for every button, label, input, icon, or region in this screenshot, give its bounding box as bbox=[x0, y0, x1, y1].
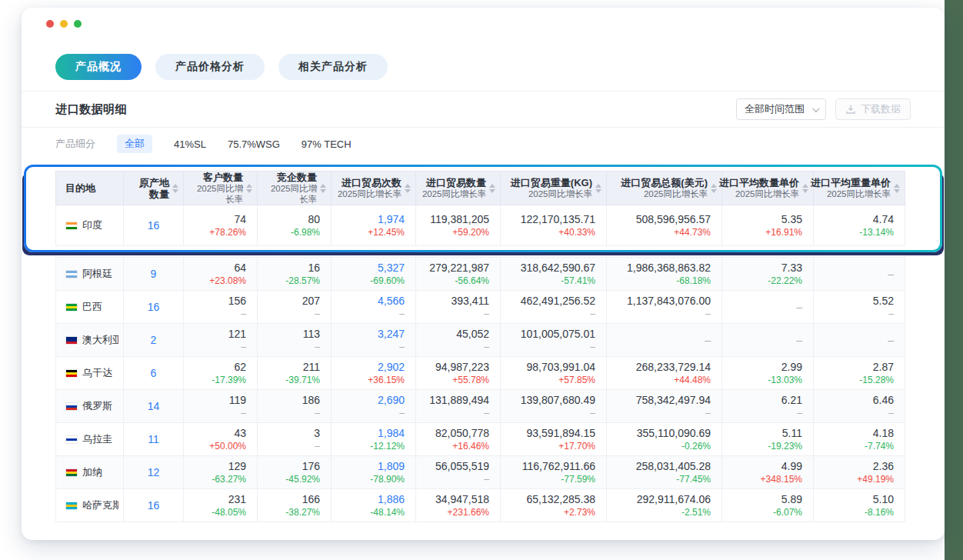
minimize-window-button[interactable] bbox=[60, 20, 68, 28]
growth-rate: +44.48% bbox=[618, 374, 711, 386]
metric-cell-trade-count[interactable]: 5,327-69.60% bbox=[332, 258, 416, 291]
growth-rate: – bbox=[342, 341, 405, 353]
sort-icon[interactable] bbox=[172, 184, 178, 193]
trade-count-link[interactable]: 2,690 bbox=[342, 393, 405, 407]
sort-icon[interactable] bbox=[246, 184, 252, 193]
origin-count-link[interactable]: 16 bbox=[124, 291, 184, 324]
metric-cell-trade-value: 268,233,729.14+44.48% bbox=[607, 357, 722, 390]
trade-count-link[interactable]: 5,327 bbox=[342, 261, 405, 275]
metric-cell-competitor-count: 3– bbox=[258, 423, 332, 456]
origin-count-link[interactable]: 11 bbox=[124, 423, 184, 456]
segment-option-2[interactable]: 75.7%WSG bbox=[228, 138, 280, 150]
tab-0[interactable]: 产品概况 bbox=[55, 54, 142, 80]
country-flag-icon bbox=[65, 468, 78, 477]
maximize-window-button[interactable] bbox=[74, 20, 82, 28]
metric-value: 82,050,778 bbox=[427, 426, 489, 440]
country-cell[interactable]: 哈萨克斯坦 bbox=[56, 489, 124, 522]
country-cell[interactable]: 印度 bbox=[56, 205, 124, 246]
sort-icon[interactable] bbox=[320, 184, 326, 193]
column-header-trade-quantity[interactable]: 进口贸易数量2025同比增长率 bbox=[416, 172, 501, 205]
origin-count-link[interactable]: 16 bbox=[124, 205, 184, 246]
empty-value: – bbox=[825, 267, 894, 281]
empty-value: – bbox=[618, 333, 711, 347]
country-cell[interactable]: 巴西 bbox=[56, 291, 124, 324]
tab-2[interactable]: 相关产品分析 bbox=[278, 54, 388, 80]
metric-cell-trade-value: 508,596,956.57+44.73% bbox=[607, 205, 722, 246]
metric-cell-customer-count: 156– bbox=[184, 291, 258, 324]
tab-bar: 产品概况产品价格分析相关产品分析 bbox=[55, 8, 911, 80]
metric-cell-avg-weight-price: 4.74-13.14% bbox=[814, 205, 905, 246]
column-header-origin-count[interactable]: 原产地数量 bbox=[124, 172, 184, 205]
metric-cell-trade-count[interactable]: 2,690– bbox=[332, 390, 416, 423]
metric-cell-trade-count[interactable]: 2,902+36.15% bbox=[332, 357, 416, 390]
tab-1[interactable]: 产品价格分析 bbox=[155, 54, 265, 80]
column-header-customer-count[interactable]: 客户数量2025同比增长率 bbox=[184, 172, 258, 205]
growth-rate: +2.73% bbox=[511, 506, 595, 518]
trade-count-link[interactable]: 1,984 bbox=[342, 426, 405, 440]
segment-option-0[interactable]: 全部 bbox=[117, 135, 152, 153]
growth-rate: -8.16% bbox=[825, 506, 894, 518]
country-cell[interactable]: 俄罗斯 bbox=[56, 390, 124, 423]
column-header-avg-quantity-price[interactable]: 进口平均数量单价2025同比增长率 bbox=[722, 172, 814, 205]
table-row-5: 乌拉圭1143+50.00%3–1,984-12.12%82,050,778+1… bbox=[56, 423, 905, 456]
trade-count-link[interactable]: 4,566 bbox=[342, 294, 405, 308]
sort-icon[interactable] bbox=[802, 184, 808, 193]
trade-count-link[interactable]: 1,809 bbox=[342, 459, 405, 473]
origin-count-link[interactable]: 16 bbox=[124, 489, 184, 522]
segment-option-1[interactable]: 41%SL bbox=[174, 138, 206, 150]
sort-icon[interactable] bbox=[711, 184, 717, 193]
metric-cell-customer-count: 231-48.05% bbox=[184, 489, 258, 522]
growth-rate: -12.12% bbox=[342, 440, 405, 452]
metric-value: 122,170,135.71 bbox=[511, 212, 595, 226]
growth-rate: -19.23% bbox=[733, 440, 802, 452]
origin-count-link[interactable]: 9 bbox=[124, 258, 184, 291]
metric-cell-trade-quantity: 34,947,518+231.66% bbox=[416, 489, 501, 522]
metric-cell-trade-count[interactable]: 1,886-48.14% bbox=[332, 489, 416, 522]
country-cell[interactable]: 加纳 bbox=[56, 456, 124, 489]
sort-icon[interactable] bbox=[894, 184, 900, 193]
metric-value: 2.87 bbox=[825, 360, 894, 374]
metric-cell-avg-weight-price: 5.10-8.16% bbox=[814, 489, 905, 522]
metric-value: 121 bbox=[195, 327, 246, 341]
time-range-select[interactable]: 全部时间范围 bbox=[736, 98, 826, 120]
growth-rate: -6.98% bbox=[268, 226, 320, 238]
metric-cell-trade-count[interactable]: 3,247– bbox=[332, 324, 416, 357]
sort-icon[interactable] bbox=[405, 184, 411, 193]
growth-rate: -28.57% bbox=[268, 275, 320, 287]
country-cell[interactable]: 乌干达 bbox=[56, 357, 124, 390]
trade-count-link[interactable]: 3,247 bbox=[342, 327, 405, 341]
origin-count-link[interactable]: 6 bbox=[124, 357, 184, 390]
trade-count-link[interactable]: 2,902 bbox=[342, 360, 405, 374]
section-bar: 进口数据明细 全部时间范围 下载数据 bbox=[55, 92, 911, 127]
column-title: 客户数量 bbox=[188, 172, 243, 183]
origin-count-link[interactable]: 14 bbox=[124, 390, 184, 423]
sort-icon[interactable] bbox=[489, 184, 495, 193]
metric-value: 5.89 bbox=[733, 492, 802, 506]
metric-cell-trade-quantity: 279,221,987-56.64% bbox=[416, 258, 501, 291]
metric-cell-avg-quantity-price: – bbox=[722, 291, 814, 324]
metric-cell-trade-count[interactable]: 4,566– bbox=[332, 291, 416, 324]
segment-option-3[interactable]: 97% TECH bbox=[302, 138, 352, 150]
column-header-trade-value[interactable]: 进口贸易总额(美元)2025同比增长率 bbox=[607, 172, 722, 205]
column-header-trade-count[interactable]: 进口贸易次数2025同比增长率 bbox=[332, 172, 416, 205]
country-cell[interactable]: 澳大利亚 bbox=[56, 324, 124, 357]
trade-count-link[interactable]: 1,886 bbox=[342, 492, 405, 506]
column-header-avg-weight-price[interactable]: 进口平均重量单价2025同比增长率 bbox=[814, 172, 905, 205]
origin-count-link[interactable]: 2 bbox=[124, 324, 184, 357]
growth-rate: -7.74% bbox=[825, 440, 894, 452]
metric-cell-trade-count[interactable]: 1,984-12.12% bbox=[332, 423, 416, 456]
sort-icon[interactable] bbox=[595, 184, 601, 193]
country-cell[interactable]: 乌拉圭 bbox=[56, 423, 124, 456]
metric-cell-trade-count[interactable]: 1,974+12.45% bbox=[332, 205, 416, 246]
download-data-button[interactable]: 下载数据 bbox=[835, 98, 911, 120]
growth-rate: -22.22% bbox=[733, 275, 802, 287]
column-header-trade-weight[interactable]: 进口贸易重量(KG)2025同比增长率 bbox=[501, 172, 607, 205]
country-cell[interactable]: 阿根廷 bbox=[56, 258, 124, 291]
trade-count-link[interactable]: 1,974 bbox=[342, 212, 405, 226]
origin-count-link[interactable]: 12 bbox=[124, 456, 184, 489]
metric-cell-trade-count[interactable]: 1,809-78.90% bbox=[332, 456, 416, 489]
close-window-button[interactable] bbox=[46, 20, 54, 28]
column-header-competitor-count[interactable]: 竞企数量2025同比增长率 bbox=[258, 172, 332, 205]
metric-cell-avg-weight-price: 2.87-15.28% bbox=[814, 357, 905, 390]
metric-cell-trade-value: 1,986,368,863.82-68.18% bbox=[607, 258, 722, 291]
